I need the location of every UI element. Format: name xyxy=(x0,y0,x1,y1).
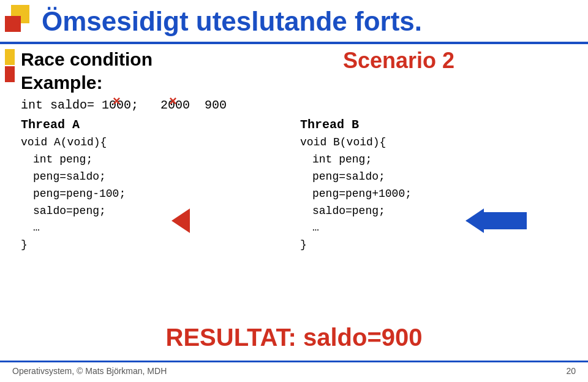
thread-a-line-4: peng=peng-100; xyxy=(21,186,126,203)
thread-a-close: } xyxy=(21,237,126,254)
title-underline xyxy=(0,42,588,44)
thread-a-ellipsis: … xyxy=(21,220,126,237)
corner-decoration xyxy=(5,5,37,37)
arrow-body-blue xyxy=(484,212,527,229)
side-bar-yellow xyxy=(5,49,15,65)
thread-b-line-2: int peng; xyxy=(300,151,412,169)
thread-a-line-5: saldo=peng; xyxy=(21,203,126,220)
saldo-line: int saldo= 1000; 2×0×00 900 xyxy=(21,98,227,112)
bottom-line xyxy=(0,361,588,362)
arrow-right xyxy=(466,208,527,233)
example-label: Example: xyxy=(21,72,102,93)
side-bar-red xyxy=(5,66,15,82)
red-square xyxy=(5,16,21,32)
thread-b-line-1: void B(void){ xyxy=(300,134,412,151)
footer-text: Operativsystem, © Mats Björkman, MDH xyxy=(12,366,167,376)
thread-b-close: } xyxy=(300,237,412,254)
thread-a-code: Thread A void A(void){ int peng; peng=sa… xyxy=(21,115,126,254)
thread-b-line-3: peng=saldo; xyxy=(300,169,412,186)
thread-b-line-4: peng=peng+1000; xyxy=(300,186,412,203)
arrow-head-right xyxy=(466,208,484,233)
arrow-head-left xyxy=(172,208,190,233)
thread-a-line-3: peng=saldo; xyxy=(21,169,126,186)
page-number: 20 xyxy=(566,366,576,376)
resultat-label: RESULTAT: saldo=900 xyxy=(166,324,423,351)
thread-b-header: Thread B xyxy=(300,115,412,134)
thread-b-ellipsis: … xyxy=(300,220,412,237)
thread-a-line-2: int peng; xyxy=(21,151,126,169)
thread-b-code: Thread B void B(void){ int peng; peng=sa… xyxy=(300,115,412,254)
thread-a-line-1: void A(void){ xyxy=(21,134,126,151)
race-condition-heading: Race condition xyxy=(21,49,153,70)
scenario-label: Scenario 2 xyxy=(343,48,454,74)
thread-a-header: Thread A xyxy=(21,115,126,134)
page-title: Ömsesidigt uteslutande forts. xyxy=(42,6,422,37)
thread-b-line-5: saldo=peng; xyxy=(300,203,412,220)
